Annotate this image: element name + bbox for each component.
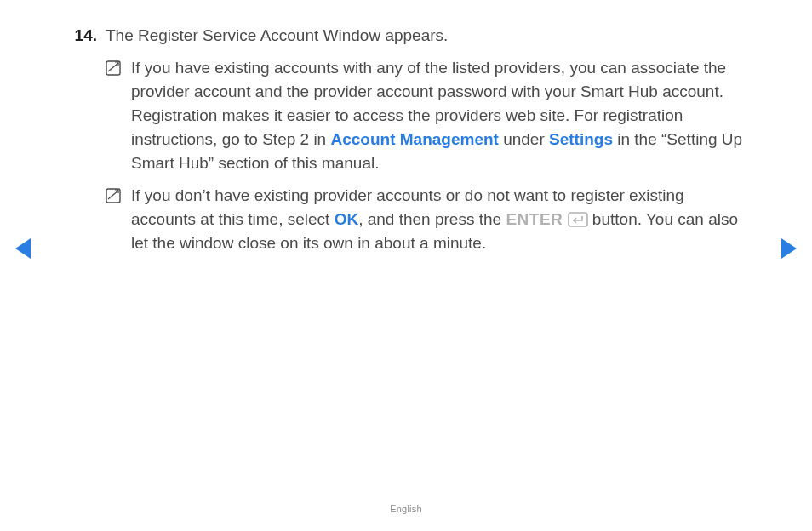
- nav-prev-button[interactable]: [15, 238, 31, 259]
- footer-language: English: [0, 504, 812, 514]
- svg-rect-2: [569, 213, 587, 226]
- step-title: The Register Service Account Window appe…: [106, 24, 751, 48]
- ok-label: OK: [335, 210, 359, 228]
- nav-next-button[interactable]: [781, 238, 797, 259]
- note2-b: , and then press the: [358, 210, 506, 228]
- manual-page: 14. The Register Service Account Window …: [70, 24, 751, 264]
- link-settings[interactable]: Settings: [549, 130, 613, 148]
- note-text: If you have existing accounts with any o…: [126, 56, 751, 175]
- note-item: If you don’t have existing provider acco…: [106, 184, 751, 255]
- step-number: 14.: [70, 24, 106, 48]
- note1-mid1: under: [499, 130, 549, 148]
- note-text: If you don’t have existing provider acco…: [126, 184, 751, 255]
- note-icon: [106, 60, 126, 76]
- note1-sentence1: If you have existing accounts with any o…: [131, 59, 726, 100]
- note-icon: [106, 188, 126, 203]
- step-body: The Register Service Account Window appe…: [106, 24, 751, 264]
- note-item: If you have existing accounts with any o…: [106, 56, 751, 175]
- step-14: 14. The Register Service Account Window …: [70, 24, 751, 264]
- enter-icon: [563, 210, 587, 228]
- enter-label: ENTER: [506, 210, 563, 228]
- link-account-management[interactable]: Account Management: [330, 130, 498, 148]
